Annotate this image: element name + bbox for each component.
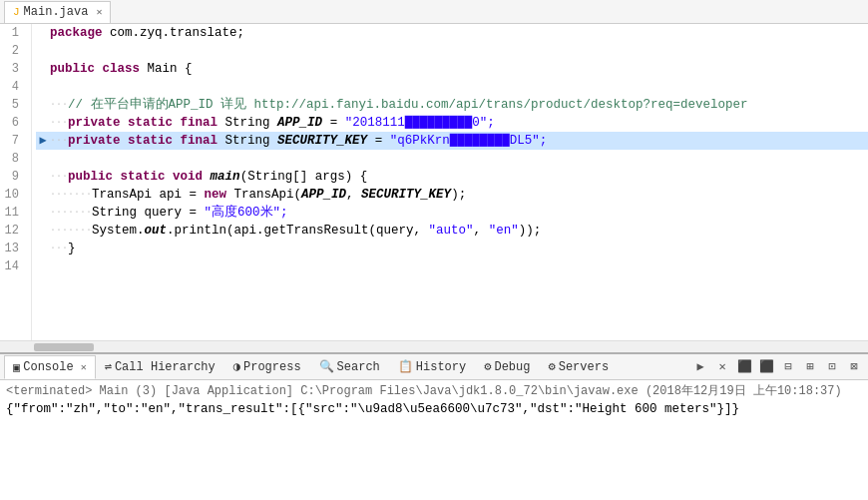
line-number: 12 [0,222,25,240]
indent-dots: ······· [50,204,92,222]
code-line: ·······String query = "高度600米"; [36,204,868,222]
code-token: , [346,186,361,204]
history-tab-icon: 📋 [398,359,413,374]
code-token [173,132,181,150]
terminated-line: <terminated> Main (3) [Java Application]… [6,382,862,400]
line-number: 8 [0,150,25,168]
toolbar-btn-0[interactable]: ▶ [690,357,710,377]
toolbar-btn-3[interactable]: ⬛ [756,357,776,377]
toolbar-btn-7[interactable]: ⊠ [844,357,864,377]
panel-tab-history[interactable]: 📋History [389,355,475,379]
code-token: } [68,240,76,257]
call-hierarchy-tab-icon: ⇌ [105,359,112,374]
code-token: static [128,114,173,132]
code-line [36,150,868,168]
code-line: ·······System.out.println(api.getTransRe… [36,222,868,240]
code-token: static [121,168,166,186]
gutter-icon: ▶ [36,132,50,150]
search-tab-icon: 🔍 [319,359,334,374]
line-number: 6 [0,114,25,132]
indent-dots: ··· [50,240,68,257]
code-token: )); [519,222,542,240]
panel-tab-progress[interactable]: ◑Progress [224,355,310,379]
line-number: 11 [0,204,25,222]
code-token: String query = [92,204,205,222]
servers-tab-icon: ⚙ [548,359,555,374]
editor-area: 1234567891011121314 package com.zyq.tran… [0,24,868,352]
code-line: ···// 在平台申请的APP_ID 详见 http://api.fanyi.b… [36,96,868,114]
code-token: "高度600米"; [205,204,288,222]
progress-tab-icon: ◑ [233,359,240,374]
scrollbar-thumb[interactable] [34,343,94,351]
code-token: final [181,114,218,132]
code-token [203,168,211,186]
call-hierarchy-tab-label: Call Hierarchy [115,360,216,374]
code-line: public class Main { [36,60,868,78]
code-token: "2018111█████████0"; [345,114,495,132]
line-number: 14 [0,257,25,275]
toolbar-btn-6[interactable]: ⊡ [822,357,842,377]
java-file-icon: J [13,6,20,18]
panel-tab-servers[interactable]: ⚙Servers [539,355,618,379]
code-token: ); [451,186,466,204]
close-icon[interactable]: ✕ [96,6,102,18]
code-token: public [68,168,113,186]
history-tab-label: History [416,360,466,374]
debug-tab-label: Debug [494,360,530,374]
main-java-tab[interactable]: J Main.java ✕ [4,1,111,23]
panel-tab-call-hierarchy[interactable]: ⇌Call Hierarchy [96,355,224,379]
toolbar-btn-1[interactable]: ✕ [712,357,732,377]
code-token: void [173,168,203,186]
code-token: = [322,114,345,132]
code-token: TransApi api = [92,186,205,204]
console-tab-icon: ▣ [13,360,20,375]
editor-scrollbar[interactable] [0,340,868,352]
code-token: .println(api.getTransResult(query, [167,222,429,240]
line-number: 7 [0,132,25,150]
search-tab-label: Search [337,360,380,374]
code-line: ···private static final String APP_ID = … [36,114,868,132]
code-token: "q6PkKrn████████DL5"; [390,132,548,150]
code-token: = [367,132,390,150]
editor-tab-bar: J Main.java ✕ [0,0,868,24]
code-token: (String[] args) { [240,168,368,186]
toolbar-btn-4[interactable]: ⊟ [778,357,798,377]
console-tab-close[interactable]: ✕ [81,361,87,373]
code-token: TransApi( [226,186,301,204]
panel-tab-bar: ▣Console✕⇌Call Hierarchy◑Progress🔍Search… [0,354,868,380]
code-token: String [217,132,277,150]
code-token [173,114,181,132]
code-token: package [50,24,103,42]
line-number: 1 [0,24,25,42]
code-token [113,168,121,186]
code-token: main [211,168,240,186]
code-lines[interactable]: package com.zyq.translate; public class … [32,24,868,340]
indent-dots: ··· [50,132,68,150]
code-line [36,78,868,96]
panel-tab-search[interactable]: 🔍Search [310,355,389,379]
line-number: 2 [0,42,25,60]
code-line: ·······TransApi api = new TransApi(APP_I… [36,186,868,204]
code-token: , [474,222,489,240]
code-token: SECURITY_KEY [361,186,451,204]
code-token: private [68,132,121,150]
code-token [95,60,103,78]
code-token: final [181,132,218,150]
toolbar-btn-2[interactable]: ⬛ [734,357,754,377]
indent-dots: ······· [50,186,92,204]
code-token: System. [92,222,145,240]
code-token [166,168,174,186]
panel-tab-console[interactable]: ▣Console✕ [4,355,96,379]
code-token: private [68,114,121,132]
code-line [36,257,868,275]
line-number: 13 [0,240,25,257]
panel-content[interactable]: <terminated> Main (3) [Java Application]… [0,380,868,500]
code-token: String [217,114,277,132]
code-token: public [50,60,95,78]
code-token: APP_ID [301,186,346,204]
servers-tab-label: Servers [559,360,609,374]
line-number: 9 [0,168,25,186]
code-token: "en" [489,222,519,240]
panel-tab-debug[interactable]: ⚙Debug [475,355,539,379]
toolbar-btn-5[interactable]: ⊞ [800,357,820,377]
